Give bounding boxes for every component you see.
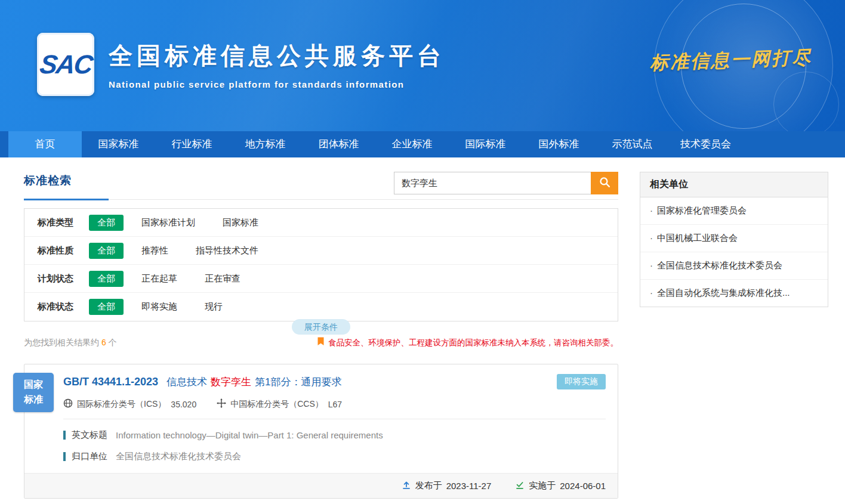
related-unit-item[interactable]: 全国信息技术标准化技术委员会 [640, 252, 828, 280]
card-head: GB/T 43441.1-2023 信息技术 数字孪生 第1部分：通用要求 即将… [63, 374, 606, 389]
banner-slogan: 标准信息一网打尽 [649, 45, 812, 75]
related-units-panel: 相关单位 国家标准化管理委员会 中国机械工业联合会 全国信息技术标准化技术委员会… [640, 172, 828, 307]
nav-item-pilot[interactable]: 示范试点 [596, 131, 669, 157]
card-meta: 国际标准分类号（ICS） 35.020 中国标准分类号（CCS） L67 [63, 398, 606, 410]
implement-label: 实施于 [529, 480, 556, 491]
page: SAC 全国标准信息公共服务平台 National public service… [0, 0, 845, 499]
search-input[interactable] [394, 172, 591, 194]
nav-item-international-standards[interactable]: 国际标准 [449, 131, 522, 157]
status-badge: 即将实施 [557, 374, 606, 389]
row-marker [63, 431, 66, 440]
filter-all-button[interactable]: 全部 [89, 271, 124, 287]
publish-date: 2023-11-27 [446, 481, 492, 491]
tab-standard-search[interactable]: 标准检索 [24, 173, 109, 200]
ccs-label: 中国标准分类号（CCS） [230, 399, 323, 410]
national-standard-badge[interactable]: 国家 标准 [13, 373, 54, 412]
ics-value: 35.020 [171, 400, 196, 409]
filter-label: 计划状态 [38, 273, 89, 285]
related-unit-item[interactable]: 全国自动化系统与集成标准化技... [640, 280, 828, 307]
publish-label: 发布于 [415, 480, 442, 491]
filter-all-button[interactable]: 全部 [89, 243, 124, 259]
dept-label: 归口单位 [72, 451, 107, 462]
globe-circle [773, 72, 839, 131]
filter-option[interactable]: 正在审查 [205, 273, 240, 285]
related-units-title: 相关单位 [640, 172, 828, 197]
site-title-en: National public service platform for sta… [109, 79, 445, 89]
implement-icon [515, 480, 525, 491]
english-title-value: Information technology—Digital twin—Part… [116, 430, 383, 440]
implement-date-item: 实施于 2024-06-01 [515, 480, 606, 491]
nav-item-technical-committee[interactable]: 技术委员会 [669, 131, 742, 157]
dept-row: 归口单位 全国信息技术标准化技术委员会 [63, 451, 606, 462]
filter-row-standard-status: 标准状态 全部 即将实施 现行 [24, 293, 618, 321]
nav-item-industry-standards[interactable]: 行业标准 [155, 131, 229, 157]
globe-decoration [594, 0, 845, 131]
site-banner: SAC 全国标准信息公共服务平台 National public service… [0, 0, 845, 131]
related-unit-item[interactable]: 中国机械工业联合会 [640, 225, 828, 252]
english-title-label: 英文标题 [72, 429, 107, 441]
implement-date: 2024-06-01 [560, 481, 606, 491]
globe-circle [654, 0, 833, 131]
sac-logo-text: SAC [38, 50, 94, 79]
globe-circle [681, 4, 806, 129]
filter-option[interactable]: 国家标准 [223, 217, 258, 228]
related-units-list: 国家标准化管理委员会 中国机械工业联合会 全国信息技术标准化技术委员会 全国自动… [640, 197, 828, 307]
nav-item-local-standards[interactable]: 地方标准 [229, 131, 302, 157]
section-title: 标准检索 [24, 174, 72, 187]
filter-label: 标准性质 [38, 245, 89, 256]
expand-conditions-button[interactable]: 展开条件 [292, 319, 350, 335]
nav-item-enterprise-standards[interactable]: 企业标准 [375, 131, 449, 157]
filter-option[interactable]: 国家标准计划 [141, 217, 195, 228]
filter-all-button[interactable]: 全部 [89, 215, 124, 231]
search-button[interactable] [591, 172, 618, 194]
publish-date-item: 发布于 2023-11-27 [402, 480, 492, 491]
results-info-row: 为您找到相关结果约6个 食品安全、环境保护、工程建设方面的国家标准未纳入本系统，… [24, 337, 618, 348]
card-footer: 发布于 2023-11-27 实施于 2024-06-01 [24, 473, 618, 498]
result-count-suffix: 个 [109, 338, 117, 347]
search-icon [599, 177, 610, 190]
standard-title-part1[interactable]: 信息技术 [166, 375, 207, 389]
related-unit-item[interactable]: 国家标准化管理委员会 [640, 197, 828, 225]
content-area: 标准检索 标准类型 全部 国家标准计划 国家标准 [0, 157, 845, 499]
notice-text: 食品安全、环境保护、工程建设方面的国家标准未纳入本系统，请咨询相关部委。 [328, 338, 618, 348]
filter-option[interactable]: 正在起草 [141, 273, 177, 285]
result-card: 国家 标准 GB/T 43441.1-2023 信息技术 数字孪生 第1部分：通… [24, 364, 618, 499]
filter-option[interactable]: 现行 [205, 301, 223, 313]
filter-option[interactable]: 推荐性 [141, 245, 168, 256]
site-title-cn: 全国标准信息公共服务平台 [109, 39, 445, 72]
compass-icon [217, 398, 226, 410]
ccs-value: L67 [328, 400, 342, 409]
result-count-prefix: 为您找到相关结果约 [24, 338, 99, 347]
filter-row-nature: 标准性质 全部 推荐性 指导性技术文件 [24, 237, 618, 265]
expand-wrap: 展开条件 [24, 321, 618, 330]
result-count: 为您找到相关结果约6个 [24, 338, 117, 348]
filter-panel: 标准类型 全部 国家标准计划 国家标准 标准性质 全部 推荐性 指导性技术文件 … [24, 208, 618, 321]
nav-item-group-standards[interactable]: 团体标准 [302, 131, 375, 157]
card-body: GB/T 43441.1-2023 信息技术 数字孪生 第1部分：通用要求 即将… [24, 364, 618, 473]
filter-option[interactable]: 即将实施 [141, 301, 177, 313]
english-title-row: 英文标题 Information technology—Digital twin… [63, 429, 606, 441]
filter-label: 标准类型 [38, 217, 89, 228]
site-titles: 全国标准信息公共服务平台 National public service pla… [109, 39, 445, 89]
publish-icon [402, 480, 411, 491]
nav-item-foreign-standards[interactable]: 国外标准 [522, 131, 596, 157]
filter-label: 标准状态 [38, 301, 89, 313]
filter-all-button[interactable]: 全部 [89, 299, 124, 315]
system-notice: 食品安全、环境保护、工程建设方面的国家标准未纳入本系统，请咨询相关部委。 [317, 337, 618, 348]
globe-icon [63, 398, 73, 410]
search-section: 标准检索 [24, 172, 618, 200]
standard-title-highlight[interactable]: 数字孪生 [211, 375, 251, 389]
filter-row-plan-status: 计划状态 全部 正在起草 正在审查 [24, 265, 618, 293]
main-column: 标准检索 标准类型 全部 国家标准计划 国家标准 [24, 172, 618, 499]
result-count-number: 6 [101, 338, 106, 347]
ics-label: 国际标准分类号（ICS） [77, 399, 166, 410]
sac-logo[interactable]: SAC [37, 33, 94, 96]
main-nav: 首页 国家标准 行业标准 地方标准 团体标准 企业标准 国际标准 国外标准 示范… [0, 131, 845, 157]
nav-item-home[interactable]: 首页 [8, 131, 82, 157]
standard-code-link[interactable]: GB/T 43441.1-2023 [63, 376, 158, 388]
row-marker [63, 452, 66, 461]
standard-title-part2[interactable]: 第1部分：通用要求 [255, 375, 341, 389]
filter-option[interactable]: 指导性技术文件 [196, 245, 258, 256]
nav-item-national-standards[interactable]: 国家标准 [82, 131, 155, 157]
notice-flag-icon [317, 337, 325, 348]
